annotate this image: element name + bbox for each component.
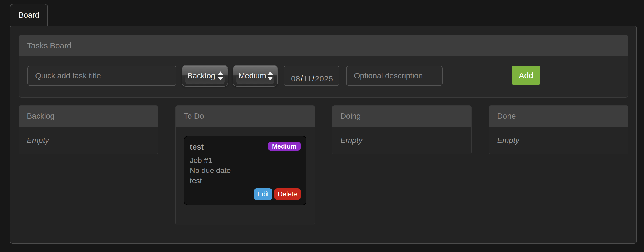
column-todo: To Do test Medium Job #1 No due date tes… xyxy=(175,105,315,225)
quick-add-title-input[interactable] xyxy=(27,66,176,86)
empty-placeholder: Empty xyxy=(497,136,519,145)
column-backlog: Backlog Empty xyxy=(19,105,158,154)
column-backlog-header: Backlog xyxy=(19,106,158,127)
column-doing-body: Empty xyxy=(332,127,472,154)
tasks-board-card: Tasks Board Backlog Medium 08/11/2025 Ad… xyxy=(19,35,628,98)
columns-row: Backlog Empty To Do test Medium Job #1 N… xyxy=(19,105,628,225)
column-done: Done Empty xyxy=(489,105,628,154)
column-todo-header: To Do xyxy=(176,106,315,127)
quick-add-row: Backlog Medium 08/11/2025 Add xyxy=(19,56,628,86)
column-backlog-title: Backlog xyxy=(27,112,55,121)
select-arrows-icon xyxy=(218,71,223,80)
priority-select-value: Medium xyxy=(238,71,266,80)
date-month: 08 xyxy=(291,74,300,83)
select-arrows-icon xyxy=(267,71,273,80)
task-job: Job #1 xyxy=(190,155,301,165)
edit-task-button[interactable]: Edit xyxy=(254,188,272,200)
column-done-header: Done xyxy=(489,106,628,127)
date-separator: / xyxy=(300,74,303,83)
add-task-button[interactable]: Add xyxy=(512,66,540,85)
column-doing-header: Doing xyxy=(332,106,472,127)
column-doing-title: Doing xyxy=(341,112,361,121)
column-done-body: Empty xyxy=(489,127,628,154)
priority-badge: Medium xyxy=(268,142,301,151)
column-backlog-body: Empty xyxy=(19,127,158,154)
task-description: test xyxy=(190,176,301,186)
tasks-board-title: Tasks Board xyxy=(27,41,71,50)
date-year: 2025 xyxy=(315,74,334,83)
due-date-input[interactable]: 08/11/2025 xyxy=(284,66,339,86)
board-panel: Tasks Board Backlog Medium 08/11/2025 Ad… xyxy=(10,26,637,244)
task-card[interactable]: test Medium Job #1 No due date test Edit… xyxy=(184,136,306,205)
tab-board-label: Board xyxy=(19,11,39,20)
column-doing: Doing Empty xyxy=(332,105,472,154)
date-separator: / xyxy=(312,74,315,83)
description-input[interactable] xyxy=(346,66,443,86)
task-due-date: No due date xyxy=(190,165,301,176)
column-todo-body: test Medium Job #1 No due date test Edit… xyxy=(176,127,315,225)
task-actions: Edit Delete xyxy=(254,188,300,200)
tasks-board-header: Tasks Board xyxy=(19,35,628,56)
empty-placeholder: Empty xyxy=(341,136,363,145)
column-select[interactable]: Backlog xyxy=(182,66,228,86)
delete-task-button[interactable]: Delete xyxy=(274,188,300,200)
date-day: 11 xyxy=(303,74,312,83)
tab-bar: Board xyxy=(0,0,644,26)
column-todo-title: To Do xyxy=(184,112,204,121)
tab-board[interactable]: Board xyxy=(10,4,48,26)
empty-placeholder: Empty xyxy=(27,136,49,145)
column-done-title: Done xyxy=(497,112,516,121)
column-select-value: Backlog xyxy=(187,71,215,80)
priority-select[interactable]: Medium xyxy=(233,66,277,86)
task-card-top: test Medium xyxy=(190,142,301,152)
task-meta: Job #1 No due date test xyxy=(190,155,301,186)
task-title: test xyxy=(190,142,204,152)
